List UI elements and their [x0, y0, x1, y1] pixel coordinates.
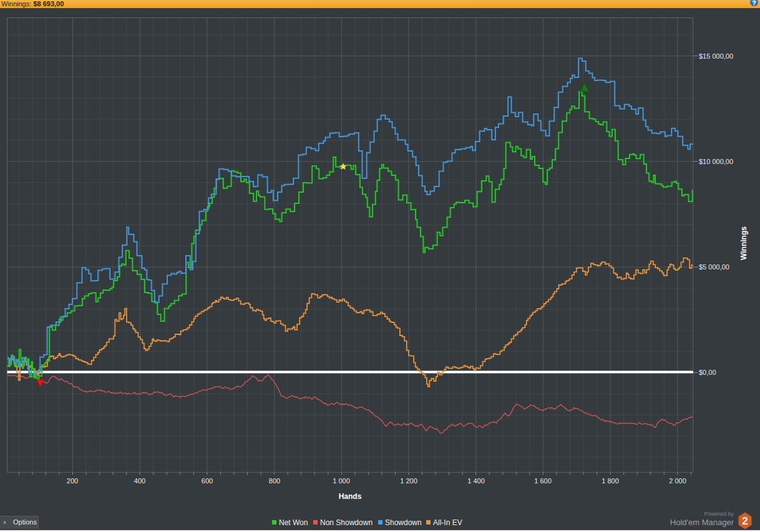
svg-text:2: 2: [742, 515, 748, 527]
